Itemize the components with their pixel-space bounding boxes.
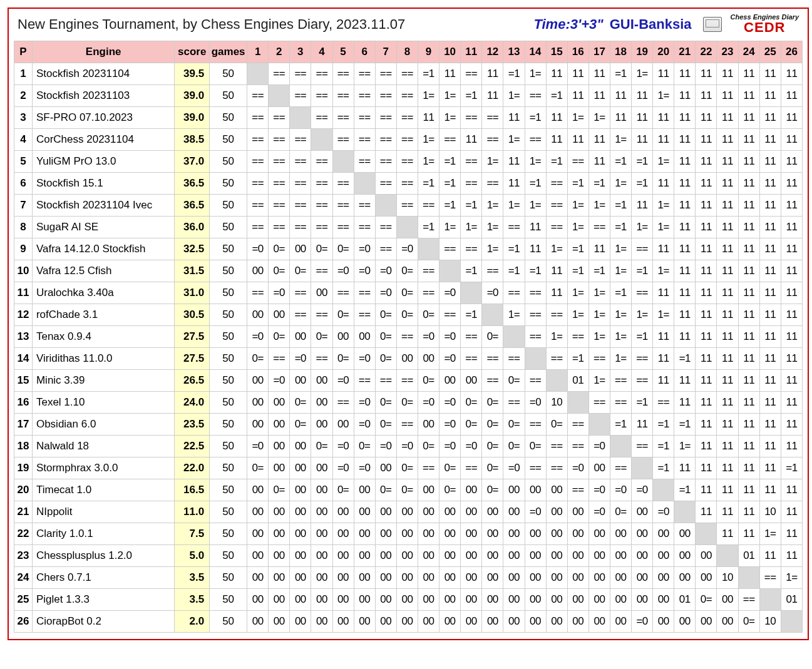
cell-result: 11 — [588, 63, 610, 85]
cell-result: 00 — [396, 545, 418, 567]
cell-result: 00 — [461, 545, 482, 567]
cell-engine: CorChess 20231104 — [32, 129, 174, 151]
cell-result: =0 — [653, 501, 674, 523]
cell-result: 00 — [375, 589, 396, 611]
cell-result: 1= — [588, 370, 610, 392]
cell-result: 00 — [653, 589, 674, 611]
cell-result: =1 — [439, 151, 461, 173]
cell-result: 11 — [546, 63, 567, 85]
cell-result: 11 — [632, 129, 653, 151]
cell-result: 00 — [439, 567, 461, 589]
cell-games: 50 — [210, 436, 247, 457]
cell-result: =1 — [610, 217, 631, 238]
table-body: 1Stockfish 2023110439.550===============… — [14, 63, 803, 633]
table-row: 15Minic 3.3926.55000=00000=0======0=0000… — [14, 370, 803, 392]
cell-result: 0= — [269, 238, 290, 260]
cell-games: 50 — [210, 545, 247, 567]
cell-score: 31.5 — [175, 260, 210, 282]
cell-result: 00 — [503, 501, 525, 523]
cell-result: == — [546, 436, 567, 457]
cell-result: == — [418, 457, 439, 479]
cell-result: 10 — [546, 392, 567, 414]
cell-result: =1 — [525, 260, 546, 282]
cell-result: =1 — [610, 63, 631, 85]
table-row: 20Timecat 1.016.550000=00000=000=0=000=0… — [14, 479, 803, 501]
cell-result: 11 — [696, 501, 717, 523]
cell-result: == — [247, 282, 269, 304]
cell-result: 00 — [461, 567, 482, 589]
cell-result: 0= — [247, 348, 269, 370]
cell-result: =1 — [567, 260, 588, 282]
cell-result: 0= — [247, 457, 269, 479]
cell-result: 00 — [567, 523, 588, 545]
cell-result: 11 — [546, 282, 567, 304]
cell-result: 00 — [653, 545, 674, 567]
cell-result: 00 — [418, 611, 439, 633]
cell-result: 00 — [525, 523, 546, 545]
cell-result: 0= — [482, 326, 503, 348]
cell-result: =1 — [632, 151, 653, 173]
cell-result: == — [247, 217, 269, 238]
cell-games: 50 — [210, 282, 247, 304]
cell-result: == — [354, 85, 375, 107]
cell-result: 0= — [290, 414, 311, 436]
cell-result: 00 — [461, 370, 482, 392]
cell-games: 50 — [210, 85, 247, 107]
cell-result: 11 — [759, 282, 781, 304]
cell-result: 1= — [653, 85, 674, 107]
cell-result: 1= — [759, 523, 781, 545]
cell-score: 32.5 — [175, 238, 210, 260]
cell-result: 00 — [546, 479, 567, 501]
col-games: games — [210, 41, 247, 63]
cell-result: 11 — [717, 370, 738, 392]
cell-result: 00 — [247, 260, 269, 282]
table-header-row: PEnginescoregames12345678910111213141516… — [14, 41, 803, 63]
cell-result: =1 — [439, 173, 461, 195]
cell-result: == — [567, 326, 588, 348]
cell-result: 11 — [717, 501, 738, 523]
cell-result: == — [503, 217, 525, 238]
cell-games: 50 — [210, 63, 247, 85]
cell-result: 00 — [311, 611, 332, 633]
cell-pos: 24 — [14, 567, 33, 589]
cell-result: 00 — [567, 611, 588, 633]
cell-result: == — [632, 348, 653, 370]
col-round-23: 23 — [717, 41, 738, 63]
cell-result: 11 — [696, 151, 717, 173]
cell-result: 11 — [567, 85, 588, 107]
cell-result: 00 — [418, 523, 439, 545]
table-row: 17Obsidian 6.023.55000000=0000=00===00=0… — [14, 414, 803, 436]
cell-result: 00 — [610, 611, 631, 633]
table-row: 8SugaR AI SE36.050===============11=1=1=… — [14, 217, 803, 238]
cell-result: =0 — [632, 611, 653, 633]
cell-result: 11 — [717, 85, 738, 107]
cell-result: == — [503, 282, 525, 304]
cell-result: =0 — [269, 370, 290, 392]
cell-result: == — [546, 457, 567, 479]
cell-result: 00 — [588, 523, 610, 545]
cell-result: 11 — [759, 436, 781, 457]
cell-result: 11 — [696, 195, 717, 217]
cell-result: =1 — [610, 195, 631, 217]
cell-result: 00 — [247, 501, 269, 523]
cell-result: =0 — [375, 282, 396, 304]
cell-result: == — [461, 238, 482, 260]
cell-pos: 6 — [14, 173, 33, 195]
cell-result: == — [525, 414, 546, 436]
cell-result: 11 — [696, 392, 717, 414]
table-row: 23Chessplusplus 1.2.05.05000000000000000… — [14, 545, 803, 567]
cell-result: =0 — [588, 479, 610, 501]
cell-result: 11 — [717, 63, 738, 85]
cell-result — [696, 523, 717, 545]
cell-result: 00 — [610, 545, 631, 567]
table-row: 5YuliGM PrO 13.037.050==============1==1… — [14, 151, 803, 173]
cell-result: == — [632, 282, 653, 304]
cell-result: =0 — [439, 392, 461, 414]
cell-result: 11 — [759, 479, 781, 501]
cell-result: 11 — [781, 479, 802, 501]
cell-result: 11 — [696, 326, 717, 348]
cell-result: 00 — [482, 523, 503, 545]
cell-result: =0 — [439, 326, 461, 348]
cell-result: 11 — [696, 479, 717, 501]
cell-result: 11 — [759, 217, 781, 238]
